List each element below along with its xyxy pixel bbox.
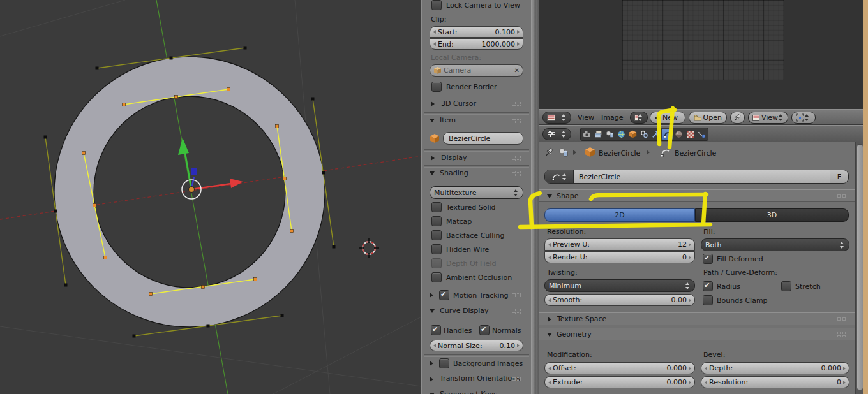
lock-camera-checkbox[interactable]: [431, 0, 442, 10]
panel-grip[interactable]: [837, 194, 846, 198]
tab-physics[interactable]: [696, 129, 707, 140]
twist-smooth-slider[interactable]: Smooth: 0.00: [544, 294, 695, 306]
panel-grip[interactable]: [512, 119, 521, 123]
geometry-section-header[interactable]: Geometry: [539, 328, 855, 340]
clip-start-slider[interactable]: Start: 0.100: [430, 26, 523, 38]
panel-header-item[interactable]: Item: [440, 116, 456, 124]
offset-slider[interactable]: Offset: 0.000: [544, 362, 695, 374]
tab-object-data[interactable]: [662, 129, 673, 140]
twist-method-dropdown[interactable]: Minimum: [544, 279, 695, 292]
tab-constraints[interactable]: [639, 129, 650, 140]
panel-header-background-images[interactable]: Background Images: [453, 360, 523, 368]
breadcrumb-data-name[interactable]: BezierCircle: [675, 149, 716, 157]
textured-solid-checkbox[interactable]: [431, 202, 442, 212]
panel-header-motion-tracking[interactable]: Motion Tracking: [453, 291, 509, 300]
tab-render[interactable]: [581, 129, 592, 140]
breadcrumb-object-name[interactable]: BezierCircle: [599, 149, 640, 157]
render-border-checkbox[interactable]: [431, 82, 442, 92]
increment-arrow-icon[interactable]: [843, 367, 846, 370]
local-camera-field[interactable]: Camera: [430, 64, 523, 77]
editor-type-dropdown[interactable]: [542, 112, 571, 124]
collapse-triangle-icon[interactable]: [430, 309, 435, 313]
panel-grip[interactable]: [512, 171, 521, 176]
normal-size-slider[interactable]: Normal Size: 0.10: [430, 340, 523, 351]
tab-scene[interactable]: [604, 129, 615, 140]
collapse-triangle-icon[interactable]: [430, 119, 435, 122]
bevel-resolution-slider[interactable]: Resolution: 0: [701, 376, 849, 388]
increment-arrow-icon[interactable]: [689, 367, 691, 370]
datablock-name-field[interactable]: BezierCircle: [574, 170, 830, 183]
editor-splitter[interactable]: [531, 0, 539, 394]
collapse-triangle-icon[interactable]: [547, 333, 552, 337]
tab-world[interactable]: [616, 129, 627, 140]
increment-arrow-icon[interactable]: [689, 256, 691, 259]
collapse-triangle-icon[interactable]: [547, 194, 552, 198]
bevel-depth-slider[interactable]: Depth: 0.000: [701, 362, 849, 374]
expand-triangle-icon[interactable]: [548, 317, 551, 322]
z-axis-handle[interactable]: [191, 168, 197, 175]
shape-3d-button[interactable]: 3D: [695, 208, 849, 222]
panel-header-3d-cursor[interactable]: 3D Cursor: [441, 99, 476, 108]
increment-arrow-icon[interactable]: [517, 42, 520, 46]
pivot-dropdown[interactable]: [791, 112, 816, 124]
tab-material[interactable]: [673, 129, 684, 140]
motion-tracking-checkbox[interactable]: [439, 290, 449, 300]
panel-grip[interactable]: [512, 156, 521, 161]
radius-checkbox[interactable]: [703, 281, 713, 291]
tab-modifiers[interactable]: [650, 129, 661, 140]
increment-arrow-icon[interactable]: [517, 344, 520, 347]
expand-triangle-icon[interactable]: [430, 361, 433, 366]
render-u-slider[interactable]: Render U: 0: [544, 251, 695, 263]
panel-grip[interactable]: [512, 309, 521, 314]
fill-deformed-checkbox[interactable]: [703, 254, 713, 264]
fill-mode-dropdown[interactable]: Both: [701, 238, 849, 251]
normals-checkbox[interactable]: [479, 325, 490, 335]
hidden-wire-checkbox[interactable]: [431, 244, 442, 254]
increment-arrow-icon[interactable]: [689, 298, 691, 302]
menu-image[interactable]: Image: [601, 113, 623, 122]
new-image-button[interactable]: New: [650, 112, 685, 124]
ambient-occlusion-checkbox[interactable]: [431, 272, 442, 282]
bounds-clamp-checkbox[interactable]: [703, 295, 713, 305]
fake-user-button[interactable]: F: [830, 170, 848, 183]
image-browse-dropdown[interactable]: [630, 112, 648, 124]
panel-header-screencast-keys[interactable]: Screencast Keys: [440, 390, 497, 394]
matcap-checkbox[interactable]: [431, 216, 442, 226]
increment-arrow-icon[interactable]: [843, 381, 846, 384]
tab-render-layers[interactable]: [593, 129, 604, 140]
backface-culling-checkbox[interactable]: [431, 230, 442, 240]
tab-texture[interactable]: [685, 129, 696, 140]
curve-datablock-dropdown[interactable]: [545, 170, 574, 183]
clip-end-slider[interactable]: End: 1000.000: [430, 38, 523, 50]
open-image-button[interactable]: Open: [689, 112, 727, 124]
shape-section-header[interactable]: Shape: [539, 189, 855, 202]
expand-triangle-icon[interactable]: [430, 293, 433, 298]
shading-mode-dropdown[interactable]: Multitexture: [430, 186, 523, 199]
panel-header-transform-orientations[interactable]: Transform Orientations: [440, 374, 520, 383]
view-mode-dropdown[interactable]: View: [748, 112, 788, 124]
texture-space-section-header[interactable]: Texture Space: [539, 312, 855, 325]
preview-u-slider[interactable]: Preview U: 12: [544, 238, 695, 251]
increment-arrow-icon[interactable]: [689, 243, 691, 247]
editor-type-dropdown[interactable]: [542, 128, 571, 140]
expand-triangle-icon[interactable]: [431, 101, 435, 106]
extrude-slider[interactable]: Extrude: 0.000: [544, 376, 695, 388]
handles-checkbox[interactable]: [431, 325, 441, 335]
stretch-checkbox[interactable]: [781, 281, 791, 291]
tab-object[interactable]: [627, 129, 638, 140]
object-cube-icon[interactable]: [585, 147, 595, 157]
pin-button[interactable]: [730, 112, 745, 124]
increment-arrow-icon[interactable]: [517, 30, 520, 34]
menu-view[interactable]: View: [578, 113, 594, 122]
panel-header-curve-display[interactable]: Curve Display: [440, 307, 489, 315]
scene-icon[interactable]: [558, 147, 569, 157]
viewport-3d[interactable]: [0, 0, 421, 394]
panel-grip[interactable]: [512, 293, 521, 297]
item-name-field[interactable]: BezierCircle: [443, 132, 523, 145]
panel-header-shading[interactable]: Shading: [440, 169, 468, 177]
panel-grip[interactable]: [512, 377, 521, 381]
panel-header-display[interactable]: Display: [441, 154, 467, 162]
panel-grip[interactable]: [512, 102, 521, 106]
panel-grip[interactable]: [837, 317, 846, 321]
increment-arrow-icon[interactable]: [689, 381, 691, 384]
